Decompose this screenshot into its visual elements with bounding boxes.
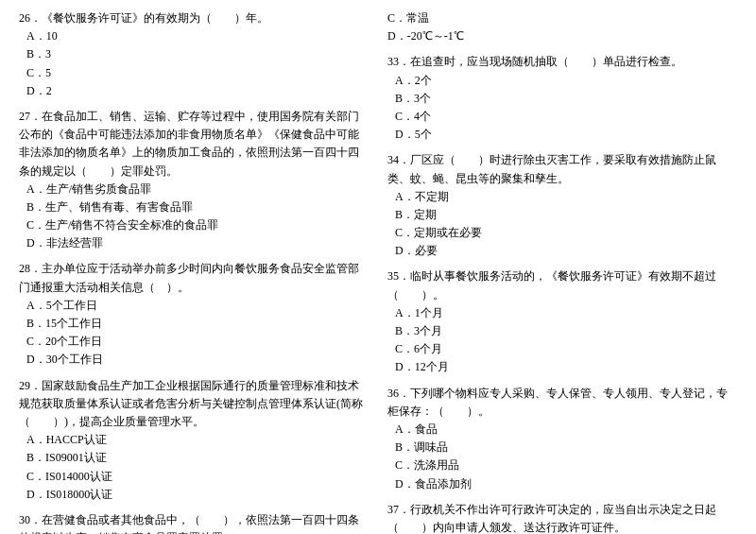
q33-text: 33．在追查时，应当现场随机抽取（ ）单品进行检查。 bbox=[387, 55, 682, 68]
q28-options: A．5个工作日 B．15个工作日 C．20个工作日 D．30个工作日 bbox=[26, 297, 369, 370]
question-26: 26．《餐饮服务许可证》的有效期为（ ）年。 A．10 B．3 C．5 D．2 bbox=[19, 9, 369, 100]
q34-options: A．不定期 B．定期 C．定期或在必要 D．必要 bbox=[395, 188, 737, 261]
q26-optC: C．5 bbox=[26, 64, 369, 82]
q26-optB: B．3 bbox=[26, 45, 369, 63]
q33-optA: A．2个 bbox=[395, 72, 737, 90]
q34-optC: C．定期或在必要 bbox=[395, 224, 737, 242]
q27-optB: B．生产、销售有毒、有害食品罪 bbox=[26, 198, 369, 216]
q28-optB: B．15个工作日 bbox=[26, 315, 369, 333]
q28-optA: A．5个工作日 bbox=[26, 297, 369, 315]
q36-optA: A．食品 bbox=[395, 421, 737, 439]
question-28: 28．主办单位应于活动举办前多少时间内向餐饮服务食品安全监管部门通报重大活动相关… bbox=[19, 260, 369, 369]
q34-optA: A．不定期 bbox=[395, 188, 737, 206]
q27-text: 27．在食品加工、销售、运输、贮存等过程中，使用国务院有关部门公布的《食品中可能… bbox=[19, 110, 359, 178]
q26-optA: A．10 bbox=[26, 27, 369, 45]
right-column: C．常温 D．-20℃～-1℃ 33．在追查时，应当现场随机抽取（ ）单品进行检… bbox=[383, 9, 737, 534]
question-35: 35．临时从事餐饮服务活动的，《餐饮服务许可证》有效期不超过（ ）。 A．1个月… bbox=[387, 267, 737, 376]
question-29: 29．国家鼓励食品生产加工企业根据国际通行的质量管理标准和技术规范获取质量体系认… bbox=[19, 377, 369, 504]
q26-options: A．10 B．3 C．5 D．2 bbox=[26, 27, 369, 100]
q35-options: A．1个月 B．3个月 C．6个月 D．12个月 bbox=[395, 304, 737, 377]
q29-optB: B．IS09001认证 bbox=[26, 449, 369, 467]
q34-optD: D．必要 bbox=[395, 242, 737, 260]
q27-optA: A．生产/销售劣质食品罪 bbox=[26, 181, 369, 198]
q27-options: A．生产/销售劣质食品罪 B．生产、销售有毒、有害食品罪 C．生产/销售不符合安… bbox=[26, 181, 369, 253]
left-column: 26．《餐饮服务许可证》的有效期为（ ）年。 A．10 B．3 C．5 D．2 … bbox=[19, 9, 373, 534]
q30-text: 30．在营健食品或者其他食品中，（ ），依照法第一百四十四条的规定以生产、销售有… bbox=[19, 513, 359, 534]
q29-optD: D．IS018000认证 bbox=[26, 486, 369, 504]
question-34: 34．厂区应（ ）时进行除虫灭害工作，要采取有效措施防止鼠类、蚊、蝇、昆虫等的聚… bbox=[387, 151, 737, 260]
question-33: 33．在追查时，应当现场随机抽取（ ）单品进行检查。 A．2个 B．3个 C．4… bbox=[387, 53, 737, 144]
q32-continued: C．常温 D．-20℃～-1℃ bbox=[387, 9, 737, 45]
q35-optB: B．3个月 bbox=[395, 322, 737, 340]
q36-optC: C．洗涤用品 bbox=[395, 456, 737, 474]
q33-optB: B．3个 bbox=[395, 90, 737, 108]
q29-text: 29．国家鼓励食品生产加工企业根据国际通行的质量管理标准和技术规范获取质量体系认… bbox=[19, 379, 363, 428]
q33-optC: C．4个 bbox=[395, 108, 737, 126]
q36-optB: B．调味品 bbox=[395, 439, 737, 456]
question-37: 37．行政机关不作出许可行政许可决定的，应当自出示决定之日起（ ）内向申请人颁发… bbox=[387, 501, 737, 534]
q35-optD: D．12个月 bbox=[395, 358, 737, 376]
q35-optA: A．1个月 bbox=[395, 304, 737, 322]
q32-optC: C．常温 bbox=[387, 9, 737, 27]
q29-options: A．HACCP认证 B．IS09001认证 C．IS014000认证 D．IS0… bbox=[26, 431, 369, 504]
q27-optC: C．生产/销售不符合安全标准的食品罪 bbox=[26, 216, 369, 234]
q35-text: 35．临时从事餐饮服务活动的，《餐饮服务许可证》有效期不超过（ ）。 bbox=[387, 269, 716, 301]
q26-optD: D．2 bbox=[26, 82, 369, 100]
q36-text: 36．下列哪个物料应专人采购、专人保管、专人领用、专人登记，专柜保存：（ ）。 bbox=[387, 387, 728, 418]
q28-optC: C．20个工作日 bbox=[26, 333, 369, 351]
q34-optB: B．定期 bbox=[395, 206, 737, 224]
q35-optC: C．6个月 bbox=[395, 340, 737, 358]
question-27: 27．在食品加工、销售、运输、贮存等过程中，使用国务院有关部门公布的《食品中可能… bbox=[19, 108, 369, 253]
q33-optD: D．5个 bbox=[395, 126, 737, 144]
page-content: 26．《餐饮服务许可证》的有效期为（ ）年。 A．10 B．3 C．5 D．2 … bbox=[19, 9, 737, 534]
q28-optD: D．30个工作日 bbox=[26, 351, 369, 369]
q36-options: A．食品 B．调味品 C．洗涤用品 D．食品添加剂 bbox=[395, 421, 737, 493]
q28-text: 28．主办单位应于活动举办前多少时间内向餐饮服务食品安全监管部门通报重大活动相关… bbox=[19, 262, 359, 293]
q29-optA: A．HACCP认证 bbox=[26, 431, 369, 449]
question-30: 30．在营健食品或者其他食品中，（ ），依照法第一百四十四条的规定以生产、销售有… bbox=[19, 511, 369, 534]
q37-text: 37．行政机关不作出许可行政许可决定的，应当自出示决定之日起（ ）内向申请人颁发… bbox=[387, 503, 716, 534]
question-36: 36．下列哪个物料应专人采购、专人保管、专人领用、专人登记，专柜保存：（ ）。 … bbox=[387, 385, 737, 493]
q29-optC: C．IS014000认证 bbox=[26, 468, 369, 486]
q36-optD: D．食品添加剂 bbox=[395, 475, 737, 493]
q33-options: A．2个 B．3个 C．4个 D．5个 bbox=[395, 72, 737, 145]
q32-optD: D．-20℃～-1℃ bbox=[387, 27, 737, 45]
two-column-layout: 26．《餐饮服务许可证》的有效期为（ ）年。 A．10 B．3 C．5 D．2 … bbox=[19, 9, 737, 534]
q26-text: 26．《餐饮服务许可证》的有效期为（ ）年。 bbox=[19, 11, 268, 25]
q34-text: 34．厂区应（ ）时进行除虫灭害工作，要采取有效措施防止鼠类、蚊、蝇、昆虫等的聚… bbox=[387, 153, 716, 184]
q27-optD: D．非法经营罪 bbox=[26, 234, 369, 252]
